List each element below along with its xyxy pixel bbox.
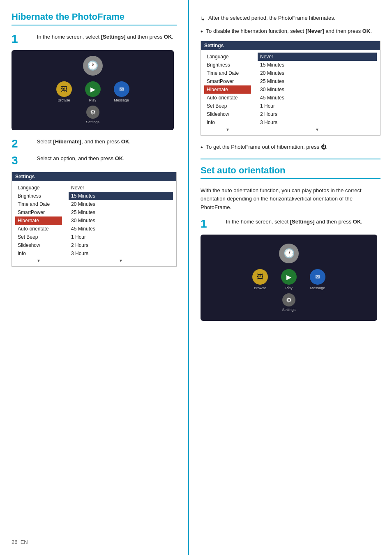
option-2hours[interactable]: 2 Hours [69, 241, 173, 249]
bullet-dot-2: • [201, 144, 203, 151]
r-option-never[interactable]: Never [258, 53, 377, 61]
step-1-number: 1 [12, 33, 18, 46]
right-settings-right-col: Never 15 Minutes 20 Minutes 25 Minutes 3… [254, 53, 380, 133]
right-col-arrow: ▼ [69, 258, 173, 264]
step-3-prefix: Select an option, and then press [37, 155, 115, 161]
step-2-text: Select [Hibernate], and then press OK. [37, 138, 131, 146]
r-option-30min[interactable]: 30 Minutes [258, 85, 377, 94]
message-icon: ✉ [114, 81, 129, 97]
step-1-suffix: and then press [126, 34, 164, 40]
bullet-disable: • To disable the hibernation function, s… [201, 27, 380, 35]
option-3hours[interactable]: 3 Hours [69, 249, 173, 258]
left-screen-mockup: 🕐 🖼 Browse ▶ Play [12, 50, 174, 130]
r-play-icon-item: ▶ Play [281, 269, 297, 290]
bullet-wake-text: To get the PhotoFrame out of hibernation… [206, 143, 328, 151]
step-3-number: 3 [12, 154, 18, 167]
settings-icon-item: ⚙ Settings [86, 106, 99, 124]
option-25min[interactable]: 25 Minutes [69, 208, 173, 216]
step-3-ok: OK [115, 155, 123, 161]
left-section-title: Hibernate the PhotoFrame [12, 12, 177, 25]
right-settings-left-col: Language Brightness Time and Date SmartP… [201, 53, 254, 133]
r-right-col-arrow: ▼ [258, 127, 377, 133]
left-settings-body: Language Brightness Time and Date SmartP… [12, 181, 176, 266]
settings-row-language[interactable]: Language [15, 184, 62, 192]
option-20min[interactable]: 20 Minutes [69, 200, 173, 208]
right-step-1-prefix: In the home screen, select [226, 219, 290, 225]
left-settings-right-col: Never 15 Minutes 20 Minutes 25 Minutes 3… [65, 184, 176, 264]
r-browse-icon: 🖼 [252, 269, 268, 285]
bullet-disable-text: To disable the hibernation function, sel… [206, 27, 372, 35]
step-1-prefix: In the home screen, select [37, 34, 101, 40]
bullet-arrow-text: After the selected period, the PhotoFram… [208, 14, 335, 22]
settings-icon: ⚙ [86, 106, 99, 119]
r-settings-row-set-beep[interactable]: Set Beep [204, 102, 251, 110]
step-3-text: Select an option, and then press OK. [37, 154, 125, 163]
settings-row-info[interactable]: Info [15, 249, 62, 258]
option-15min[interactable]: 15 Minutes [69, 192, 173, 200]
browse-icon: 🖼 [56, 81, 72, 97]
left-settings-header: Settings [12, 172, 176, 181]
r-settings-row-hibernate[interactable]: Hibernate [204, 85, 251, 94]
r-option-45min[interactable]: 45 Minutes [258, 94, 377, 102]
right-step-1-bold: [Settings] [290, 219, 315, 225]
play-label: Play [89, 98, 97, 102]
r-option-2hours[interactable]: 2 Hours [258, 110, 377, 118]
r-settings-row-slideshow[interactable]: Slideshow [204, 110, 251, 118]
settings-label: Settings [86, 120, 99, 124]
r-settings-row-auto-orientate[interactable]: Auto-orientate [204, 94, 251, 102]
option-45min[interactable]: 45 Minutes [69, 225, 173, 233]
play-icon-item: ▶ Play [85, 81, 101, 102]
r-settings-row-language[interactable]: Language [204, 53, 251, 61]
section2-body: With the auto orientation function, you … [201, 187, 380, 212]
r-option-1hour[interactable]: 1 Hour [258, 102, 377, 110]
settings-row-smartpower[interactable]: SmartPower [15, 208, 62, 216]
r-browse-icon-item: 🖼 Browse [252, 269, 268, 290]
right-settings-body: Language Brightness Time and Date SmartP… [201, 50, 380, 135]
bullet-arrow: ↳ After the selected period, the PhotoFr… [201, 14, 380, 23]
right-column: ↳ After the selected period, the PhotoFr… [189, 0, 392, 555]
step-1-bold: [Settings] [101, 34, 126, 40]
right-step-1: 1 In the home screen, select [Settings] … [201, 218, 380, 232]
r-left-col-arrow: ▼ [204, 127, 251, 133]
settings-row-auto-orientate[interactable]: Auto-orientate [15, 225, 62, 233]
browse-icon-item: 🖼 Browse [56, 81, 72, 102]
left-settings-panel: Settings Language Brightness Time and Da… [12, 172, 177, 267]
right-section-title: Set auto orientation [201, 165, 380, 179]
settings-row-set-beep[interactable]: Set Beep [15, 233, 62, 241]
r-settings-row-timedate[interactable]: Time and Date [204, 69, 251, 77]
settings-row-slideshow[interactable]: Slideshow [15, 241, 62, 249]
r-play-label: Play [285, 286, 293, 290]
bullet-dot-1: • [201, 28, 203, 35]
step-2-number: 2 [12, 138, 18, 150]
option-30min[interactable]: 30 Minutes [69, 216, 173, 225]
play-icon: ▶ [85, 81, 101, 97]
home-screen-icons: 🖼 Browse ▶ Play ✉ Message [56, 81, 129, 102]
settings-row-brightness[interactable]: Brightness [15, 192, 62, 200]
r-settings-row-smartpower[interactable]: SmartPower [204, 77, 251, 85]
r-message-label: Message [310, 286, 325, 290]
r-settings-icon: ⚙ [282, 293, 295, 306]
r-settings-row-info[interactable]: Info [204, 118, 251, 127]
option-1hour[interactable]: 1 Hour [69, 233, 173, 241]
r-option-20min[interactable]: 20 Minutes [258, 69, 377, 77]
step-1: 1 In the home screen, select [Settings] … [12, 33, 177, 47]
right-settings-header: Settings [201, 41, 380, 50]
page: Hibernate the PhotoFrame 1 In the home s… [0, 0, 392, 555]
message-label: Message [114, 98, 129, 102]
settings-row-hibernate[interactable]: Hibernate [15, 216, 62, 225]
step-2-ok: OK [121, 138, 129, 145]
settings-row-timedate[interactable]: Time and Date [15, 200, 62, 208]
bullet-wake: • To get the PhotoFrame out of hibernati… [201, 143, 380, 151]
option-never[interactable]: Never [69, 184, 173, 192]
r-option-3hours[interactable]: 3 Hours [258, 118, 377, 127]
page-number: 26 EN [12, 539, 28, 545]
r-home-screen-icons: 🖼 Browse ▶ Play ✉ Message [252, 269, 325, 290]
r-clock-icon: 🕐 [279, 244, 299, 263]
r-settings-row-brightness[interactable]: Brightness [204, 61, 251, 69]
r-message-icon: ✉ [310, 269, 325, 285]
right-step-1-number: 1 [201, 218, 207, 230]
r-option-15min[interactable]: 15 Minutes [258, 61, 377, 69]
right-screen-mockup: 🕐 🖼 Browse ▶ Play [201, 235, 377, 321]
r-option-25min[interactable]: 25 Minutes [258, 77, 377, 85]
r-settings-icon-item: ⚙ Settings [282, 293, 296, 312]
